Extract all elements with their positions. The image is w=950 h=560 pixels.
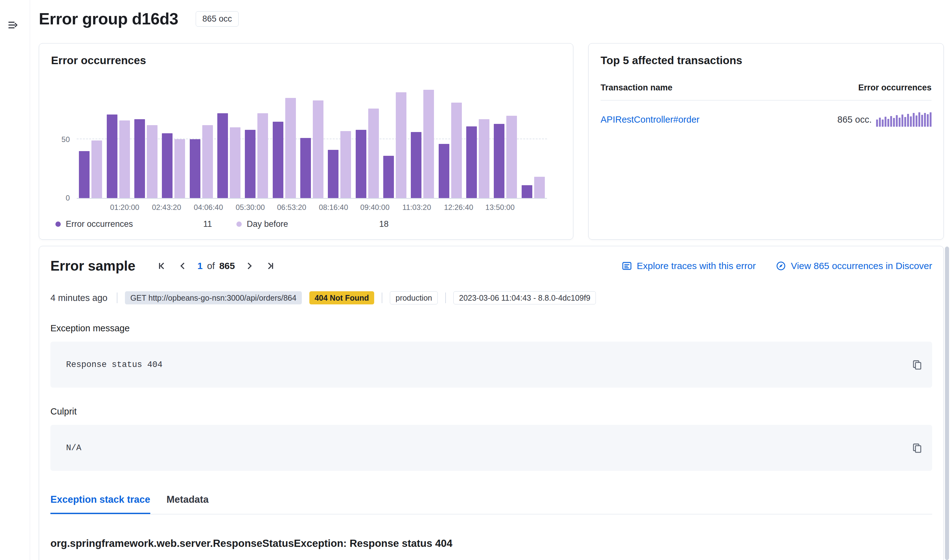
transaction-occurrence-count: 865 occ. [837,114,872,125]
table-row: APIRestController#order 865 occ. [601,100,931,127]
tab-exception-stack-trace[interactable]: Exception stack trace [51,494,150,514]
transaction-sparkline [876,112,931,127]
legend-value: 11 [203,219,212,229]
occurrences-count-badge: 865 occ [196,11,239,26]
legend-value: 18 [379,219,389,229]
y-tick-50: 50 [62,135,70,144]
culprit-label: Culprit [51,406,932,417]
exception-heading: org.springframework.web.server.ResponseS… [51,537,932,549]
chart-plot[interactable] [77,80,547,198]
sample-pagination: 1 of 865 [156,260,276,272]
view-discover-label: View 865 occurrences in Discover [791,261,932,271]
legend-dot-current [56,222,61,227]
explore-traces-label: Explore traces with this error [637,261,756,271]
x-axis-labels: 01:20:0002:43:2004:06:4005:30:0006:53:20… [77,203,547,214]
transactions-table-header: Transaction name Error occurrences [601,83,931,100]
exception-message-label: Exception message [51,323,932,334]
chart-legend: Error occurrences 11 Day before 18 [51,219,561,229]
menu-right-icon [8,20,19,30]
explore-traces-link[interactable]: Explore traces with this error [622,261,756,271]
legend-label: Error occurrences [66,219,133,229]
column-error-occurrences: Error occurrences [858,83,931,92]
tab-metadata[interactable]: Metadata [167,494,208,514]
vertical-scrollbar[interactable] [945,246,949,560]
app-root: Error group d16d3 865 occ Error occurren… [0,0,950,560]
sample-meta-row: 4 minutes ago GET http://opbeans-go-nsn:… [51,291,932,305]
page-title: Error group d16d3 [39,9,178,28]
last-page-button[interactable] [264,260,276,272]
sample-tabs: Exception stack trace Metadata [51,494,932,514]
pagination-status: 1 of 865 [197,261,235,271]
pagination-of-label: of [207,261,215,271]
first-page-button[interactable] [156,260,168,272]
column-transaction-name: Transaction name [601,83,672,92]
legend-item-day-before[interactable]: Day before 18 [236,219,389,229]
top-panels-row: Error occurrences 50 0 01:20:0002:43:200… [39,43,944,240]
chart-panel-title: Error occurrences [51,54,561,67]
separator [117,292,117,303]
discover-icon [776,261,786,271]
current-page[interactable]: 1 [197,261,203,271]
request-url-badge: GET http://opbeans-go-nsn:3000/api/order… [125,291,302,305]
error-sample-panel: Error sample 1 of [39,246,944,560]
error-occurrences-panel: Error occurrences 50 0 01:20:0002:43:200… [39,43,573,240]
collapsed-sidebar [0,0,30,560]
http-status-badge: 404 Not Found [309,291,375,305]
error-occurrences-chart: 50 0 01:20:0002:43:2004:06:4005:30:0006:… [51,80,561,198]
separator [382,292,382,303]
timestamp-version-badge: 2023-03-06 11:04:43 - 8.8.0-4dc109f9 [453,291,596,305]
view-discover-link[interactable]: View 865 occurrences in Discover [776,261,932,271]
transaction-occurrences-cell: 865 occ. [837,112,931,127]
error-sample-header: Error sample 1 of [51,258,932,274]
copy-icon[interactable] [910,358,924,372]
y-tick-0: 0 [66,194,70,202]
page-header: Error group d16d3 865 occ [39,9,944,28]
error-sample-title: Error sample [51,258,135,274]
transactions-panel-title: Top 5 affected transactions [601,54,931,67]
time-ago-label: 4 minutes ago [51,293,107,303]
expand-sidebar-button[interactable] [5,16,22,34]
top-transactions-panel: Top 5 affected transactions Transaction … [588,43,944,240]
exception-message-block: Response status 404 [51,342,932,388]
chart-y-axis: 50 0 [51,80,77,198]
previous-page-button[interactable] [177,260,189,272]
legend-dot-day-before [236,222,242,227]
environment-badge: production [390,291,438,305]
culprit-value: N/A [66,443,82,453]
copy-icon[interactable] [910,441,924,455]
legend-label: Day before [247,219,288,229]
legend-item-error-occurrences[interactable]: Error occurrences 11 [56,219,212,229]
culprit-block: N/A [51,425,932,471]
total-pages: 865 [219,261,235,271]
transaction-link[interactable]: APIRestController#order [601,114,700,125]
sample-actions: Explore traces with this error View 865 … [622,261,932,271]
next-page-button[interactable] [243,260,256,272]
separator [445,292,446,303]
main-content: Error group d16d3 865 occ Error occurren… [30,0,950,560]
trace-icon [622,261,632,271]
exception-message-value: Response status 404 [66,360,162,369]
